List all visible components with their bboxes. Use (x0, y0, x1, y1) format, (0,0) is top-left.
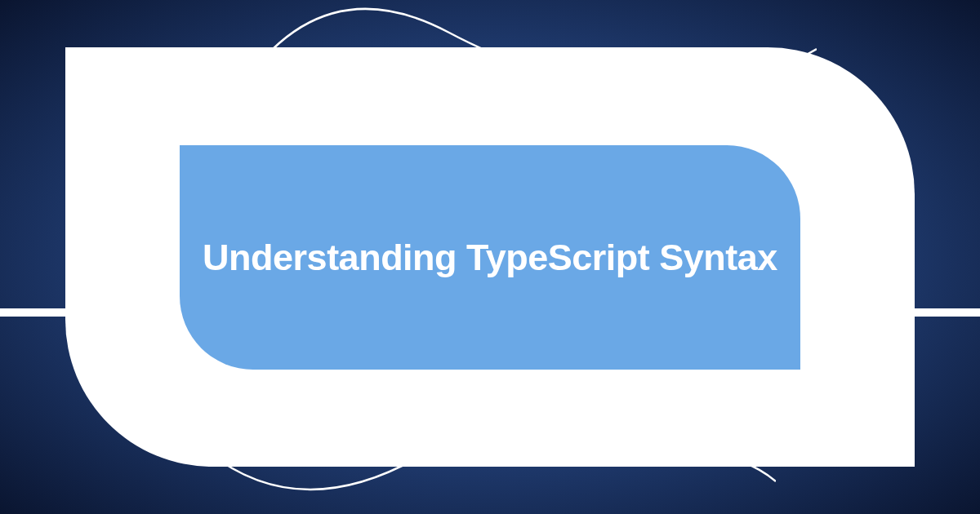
hero-title: Understanding TypeScript Syntax (203, 237, 777, 279)
accent-line-right (915, 308, 980, 317)
inner-panel: Understanding TypeScript Syntax (180, 145, 800, 370)
accent-line-left (0, 308, 65, 317)
